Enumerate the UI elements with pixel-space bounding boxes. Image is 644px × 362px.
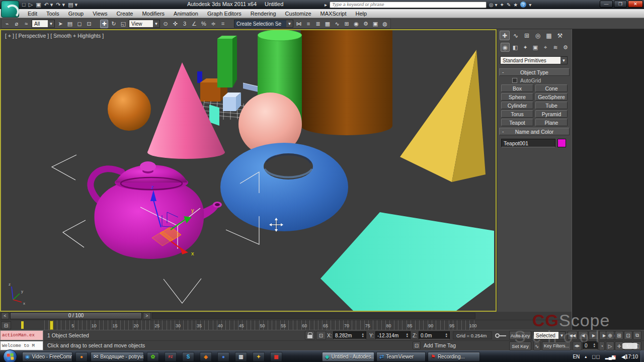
object-type-tube-button[interactable]: Tube <box>535 102 568 109</box>
project-folder-icon[interactable]: ▤ ▾ <box>68 2 77 8</box>
object-type-plane-button[interactable]: Plane <box>535 119 568 126</box>
add-time-tag[interactable]: Add Time Tag <box>424 342 456 348</box>
icq-icon[interactable]: ✿ <box>147 352 159 361</box>
menu-item-create[interactable]: Create <box>112 11 137 17</box>
spinner-icon[interactable]: ▲▼ <box>362 333 364 338</box>
layer-manager-icon[interactable]: ≣ <box>314 20 322 28</box>
object-name-field[interactable]: Teapot001 <box>501 139 555 147</box>
menu-item-help[interactable]: Help <box>351 11 372 17</box>
pyramid-object[interactable] <box>400 50 486 182</box>
select-object-icon[interactable]: ➤ <box>56 20 64 28</box>
plane-object[interactable] <box>320 212 494 311</box>
reference-coordinate-dropdown[interactable]: View▼ <box>129 20 160 28</box>
search-input[interactable] <box>330 2 487 8</box>
show-desktop-button[interactable] <box>640 351 644 362</box>
help-icon[interactable]: ? <box>520 2 526 8</box>
previous-frame-arrow[interactable]: < <box>1 312 9 319</box>
render-production-icon[interactable]: ◍ <box>381 20 389 28</box>
viewport-label[interactable]: [ + ] [ Perspective ] [ Smooth + Highlig… <box>5 33 104 39</box>
align-icon[interactable]: ≡ <box>304 20 312 28</box>
render-setup-icon[interactable]: ⚙ <box>362 20 370 28</box>
teal-slab-object[interactable] <box>209 105 219 126</box>
utilities-tab-icon[interactable]: ⚒ <box>555 31 565 40</box>
green-box-object[interactable] <box>217 36 237 87</box>
zoom-all-button[interactable]: ⊞ <box>615 331 623 340</box>
menu-item-rendering[interactable]: Rendering <box>246 11 281 17</box>
clock[interactable]: 17:10 <box>625 351 638 362</box>
menu-item-modifiers[interactable]: Modifiers <box>137 11 169 17</box>
task-recording[interactable]: ⚑Recording... <box>428 352 480 361</box>
firefox-icon[interactable]: ● <box>75 352 88 361</box>
material-editor-icon[interactable]: ◉ <box>352 20 360 28</box>
red-app-icon[interactable]: ▦ <box>270 352 282 361</box>
perspective-viewport[interactable]: [ + ] [ Perspective ] [ Smooth + Highlig… <box>0 29 497 312</box>
graphite-ribbon-icon[interactable]: ▦ <box>324 20 332 28</box>
rendered-frame-icon[interactable]: ▣ <box>371 20 379 28</box>
named-selection-sets-icon[interactable]: ⌗ <box>219 20 227 28</box>
object-type-teapot-button[interactable]: Teapot <box>501 119 533 126</box>
display-tab-icon[interactable]: ▦ <box>544 31 554 40</box>
language-indicator[interactable]: EN <box>573 354 580 359</box>
blue-box-object[interactable] <box>197 71 202 83</box>
object-type-pyramid-button[interactable]: Pyramid <box>535 110 568 118</box>
task-3dsmax[interactable]: ◆Untitled - Autodes... <box>322 352 374 361</box>
cameras-icon[interactable]: ▣ <box>531 43 540 52</box>
systems-icon[interactable]: ⚙ <box>561 43 570 52</box>
menu-item-edit[interactable]: Edit <box>23 11 42 17</box>
select-and-scale-icon[interactable]: ◱ <box>119 20 127 28</box>
next-frame-arrow[interactable]: > <box>143 312 151 319</box>
infocenter-collapse-icon[interactable]: ▸ <box>325 2 327 8</box>
select-by-name-icon[interactable]: ▤ <box>66 20 74 28</box>
time-tag-icon[interactable]: ⊡ <box>413 341 421 349</box>
large-cylinder-object[interactable] <box>301 30 392 135</box>
viewport-canvas[interactable]: z y x z y x <box>1 30 496 311</box>
open-file-icon[interactable]: ▷ <box>29 2 33 8</box>
object-color-swatch[interactable] <box>557 139 566 147</box>
flame-app-icon[interactable]: ◆ <box>200 352 212 361</box>
geometry-icon[interactable]: ◉ <box>501 43 510 52</box>
zoom-extents-button[interactable]: ⊡ <box>624 331 632 340</box>
lights-icon[interactable]: ✦ <box>521 43 530 52</box>
favorites-star-icon[interactable]: ★ <box>513 2 518 8</box>
menu-item-animation[interactable]: Animation <box>169 11 203 17</box>
bind-to-space-warp-icon[interactable]: ≈ <box>22 20 30 28</box>
mirror-icon[interactable]: ⋈ <box>295 20 303 28</box>
key-marker[interactable] <box>21 321 24 329</box>
window-crossing-icon[interactable]: ⊡ <box>85 20 93 28</box>
filezilla-icon[interactable]: FZ <box>165 352 177 361</box>
tray-expand-icon[interactable]: ▴ <box>585 354 587 359</box>
menu-item-customize[interactable]: Customize <box>281 11 316 17</box>
task-teamviewer[interactable]: ⇄TeamViewer <box>376 352 426 361</box>
white-app-icon[interactable]: ▥ <box>235 352 247 361</box>
pale-box-object[interactable] <box>223 93 241 111</box>
selection-lock-toggle[interactable] <box>305 331 315 340</box>
object-type-sphere-button[interactable]: Sphere <box>501 93 533 101</box>
zoom-button[interactable]: ⊕ <box>606 331 614 340</box>
communication-center-icon[interactable]: ✎ <box>507 2 511 8</box>
spinner-snap-icon[interactable]: ≑ <box>209 20 217 28</box>
y-coordinate-field[interactable]: -12.314m▲▼ <box>375 331 411 339</box>
restore-button[interactable]: ❐ <box>614 1 627 8</box>
network-tray-icon[interactable]: ▂▄▆✕ <box>605 354 616 359</box>
create-tab-icon[interactable]: ✚ <box>500 31 510 40</box>
help-menu-arrow-icon[interactable]: ▾ <box>529 2 531 8</box>
application-menu-button[interactable] <box>1 1 19 18</box>
hierarchy-tab-icon[interactable]: ⊞ <box>522 31 532 40</box>
set-keys-key-icon[interactable] <box>495 333 500 338</box>
spinner-icon[interactable]: ▲▼ <box>406 333 409 338</box>
close-button[interactable]: ✕ <box>628 1 643 8</box>
angle-snap-icon[interactable]: ∠ <box>190 20 198 28</box>
use-pivot-center-icon[interactable]: ⊙ <box>162 20 170 28</box>
maxscript-listener-line2[interactable]: Welcome to M <box>0 341 43 350</box>
unlink-selection-icon[interactable]: ⌀ <box>13 20 21 28</box>
display-tray-icon[interactable]: 🖳⃞ <box>592 354 600 360</box>
maxscript-listener-line1[interactable]: actionMan.ex <box>0 330 43 340</box>
undo-icon[interactable]: ↶ ▾ <box>44 2 53 8</box>
redo-icon[interactable]: ↷ ▾ <box>56 2 65 8</box>
yellow-app-icon[interactable]: ✦ <box>253 352 265 361</box>
field-of-view-button[interactable]: ▷ <box>606 341 614 350</box>
time-slider-track[interactable] <box>152 313 475 319</box>
x-coordinate-field[interactable]: 8.282m▲▼ <box>333 331 366 339</box>
new-scene-icon[interactable]: □ <box>22 2 26 8</box>
object-type-geosphere-button[interactable]: GeoSphere <box>535 93 568 101</box>
